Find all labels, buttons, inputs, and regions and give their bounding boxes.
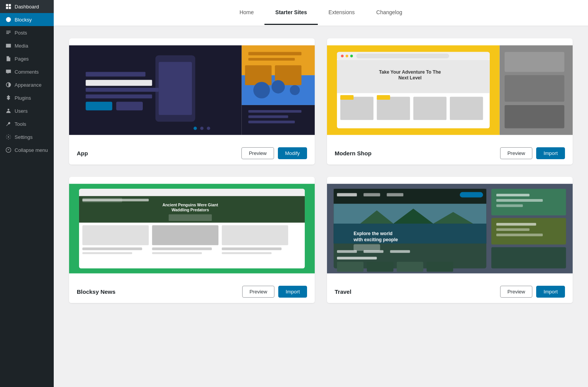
svg-text:Ancient Penguins Were Giant: Ancient Penguins Were Giant — [162, 203, 218, 207]
tab-home[interactable]: Home — [229, 1, 264, 25]
card-modern-shop-title: Modern Shop — [335, 150, 372, 156]
svg-rect-17 — [86, 80, 152, 86]
sidebar: Dashboard Blocksy Posts Media Pages Comm… — [0, 0, 54, 387]
sidebar-item-settings-label: Settings — [15, 134, 33, 140]
svg-point-31 — [290, 85, 300, 95]
tools-icon — [5, 121, 12, 127]
svg-rect-104 — [496, 228, 529, 231]
svg-rect-20 — [86, 102, 112, 110]
card-modern-shop-footer: Modern Shop Preview Import — [327, 142, 573, 165]
card-app-preview-button[interactable]: Preview — [241, 147, 274, 159]
svg-rect-65 — [222, 225, 288, 245]
svg-rect-68 — [152, 247, 212, 250]
svg-point-7 — [8, 109, 10, 110]
svg-rect-32 — [248, 110, 301, 113]
svg-rect-99 — [491, 247, 566, 268]
sidebar-item-appearance-label: Appearance — [15, 82, 41, 88]
card-travel-import-button[interactable]: Import — [536, 286, 565, 298]
svg-rect-16 — [86, 72, 145, 76]
svg-rect-89 — [337, 250, 357, 253]
card-app-modify-button[interactable]: Modify — [278, 147, 307, 159]
tab-starter-sites[interactable]: Starter Sites — [264, 1, 317, 25]
svg-rect-100 — [496, 194, 529, 196]
svg-rect-105 — [496, 234, 543, 236]
card-travel-image: Explore the world with exciting people — [327, 177, 573, 280]
sidebar-item-users[interactable]: Users — [0, 104, 54, 117]
card-blocksy-news: Ancient Penguins Were Giant Waddling Pre… — [69, 177, 315, 303]
svg-text:with exciting people: with exciting people — [353, 237, 398, 242]
svg-rect-83 — [353, 244, 380, 251]
card-travel-preview-button[interactable]: Preview — [500, 286, 532, 298]
card-travel: Explore the world with exciting people — [327, 177, 573, 303]
svg-rect-57 — [79, 189, 305, 196]
svg-rect-0 — [6, 4, 8, 7]
svg-rect-103 — [496, 223, 536, 226]
dashboard-icon — [5, 3, 12, 10]
sidebar-item-pages[interactable]: Pages — [0, 52, 54, 65]
sidebar-item-blocksy[interactable]: Blocksy — [0, 13, 54, 26]
svg-rect-67 — [83, 252, 132, 254]
blocksy-icon — [5, 16, 12, 23]
svg-text:Next Level: Next Level — [398, 75, 422, 81]
card-blocksy-news-preview-button[interactable]: Preview — [242, 286, 274, 298]
card-modern-shop-image: Take Your Adventure To The Next Level — [327, 38, 573, 142]
svg-rect-48 — [413, 97, 446, 120]
svg-rect-52 — [505, 105, 565, 128]
svg-point-41 — [350, 54, 353, 57]
svg-text:Explore the world: Explore the world — [353, 231, 392, 236]
sidebar-item-appearance[interactable]: Appearance — [0, 78, 54, 91]
card-app-image — [69, 38, 315, 142]
svg-rect-19 — [86, 94, 152, 98]
svg-rect-53 — [340, 95, 354, 100]
cards-grid: App Preview Modify — [69, 38, 573, 303]
sidebar-item-collapse[interactable]: Collapse menu — [0, 143, 54, 156]
svg-rect-85 — [337, 193, 357, 196]
svg-rect-64 — [152, 225, 218, 245]
svg-point-4 — [6, 17, 11, 22]
sidebar-item-collapse-label: Collapse menu — [15, 147, 48, 153]
tab-extensions[interactable]: Extensions — [318, 1, 365, 25]
card-travel-actions: Preview Import — [500, 286, 565, 298]
svg-rect-102 — [496, 204, 523, 207]
sidebar-item-media[interactable]: Media — [0, 39, 54, 52]
media-icon — [5, 43, 12, 49]
sidebar-item-pages-label: Pages — [15, 56, 29, 62]
svg-rect-21 — [116, 102, 143, 110]
svg-text:Waddling Predators: Waddling Predators — [172, 208, 209, 212]
card-blocksy-news-footer: Blocksy News Preview Import — [69, 280, 315, 303]
sidebar-item-tools[interactable]: Tools — [0, 117, 54, 130]
svg-point-23 — [200, 127, 204, 130]
svg-rect-96 — [426, 262, 453, 272]
sidebar-item-users-label: Users — [15, 108, 28, 114]
svg-rect-2 — [6, 7, 8, 9]
sidebar-item-dashboard[interactable]: Dashboard — [0, 0, 54, 13]
svg-rect-3 — [9, 7, 11, 9]
card-app: App Preview Modify — [69, 38, 315, 165]
tab-bar: Home Starter Sites Extensions Changelog — [54, 0, 588, 26]
users-icon — [5, 108, 12, 114]
sidebar-item-comments[interactable]: Comments — [0, 65, 54, 78]
starter-sites-content: App Preview Modify — [54, 26, 588, 315]
comments-icon — [5, 69, 12, 75]
svg-rect-98 — [491, 218, 566, 244]
sidebar-item-posts[interactable]: Posts — [0, 26, 54, 39]
card-travel-footer: Travel Preview Import — [327, 280, 573, 303]
svg-point-6 — [7, 45, 8, 46]
svg-point-40 — [345, 54, 348, 57]
sidebar-item-plugins[interactable]: Plugins — [0, 91, 54, 104]
sidebar-item-tools-label: Tools — [15, 121, 26, 127]
sidebar-item-posts-label: Posts — [15, 30, 27, 36]
card-blocksy-news-import-button[interactable]: Import — [278, 286, 307, 298]
svg-point-24 — [207, 127, 210, 130]
svg-rect-25 — [248, 52, 301, 56]
svg-rect-54 — [377, 95, 390, 100]
card-app-actions: Preview Modify — [241, 147, 307, 159]
card-modern-shop-preview-button[interactable]: Preview — [500, 147, 532, 159]
tab-changelog[interactable]: Changelog — [365, 1, 413, 25]
card-modern-shop-import-button[interactable]: Import — [536, 147, 565, 159]
svg-rect-94 — [367, 262, 393, 272]
posts-icon — [5, 30, 12, 36]
svg-text:Take Your Adventure To The: Take Your Adventure To The — [379, 69, 441, 75]
svg-rect-91 — [390, 250, 410, 253]
sidebar-item-settings[interactable]: Settings — [0, 130, 54, 143]
